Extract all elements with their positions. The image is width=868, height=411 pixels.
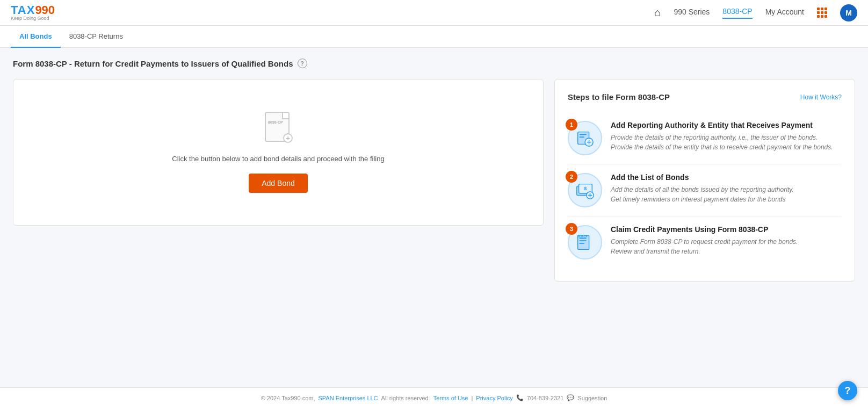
- step-1-badge: 1: [566, 119, 577, 131]
- header-nav: ⌂ 990 Series 8038-CP My Account M: [654, 4, 857, 21]
- step-2-content: Add the List of Bonds Add the details of…: [611, 173, 842, 204]
- svg-rect-14: [580, 240, 587, 241]
- footer-suggestion-icon: 💬: [567, 394, 574, 401]
- footer-rights: All rights reserved.: [381, 395, 430, 401]
- step-2-desc1: Add the details of all the bonds issued …: [611, 185, 842, 194]
- step-1-desc2: Provide the details of the entity that i…: [611, 142, 842, 152]
- floating-help-button[interactable]: ?: [838, 381, 857, 400]
- step-3-badge: 3: [566, 223, 577, 235]
- step-3-icon-wrap: 8038-CP 3: [568, 225, 602, 259]
- tab-all-bonds[interactable]: All Bonds: [11, 26, 61, 48]
- svg-rect-13: [580, 237, 587, 239]
- file-icon-wrap: 8038-CP +: [265, 112, 292, 144]
- page-title-row: Form 8038-CP - Return for Credit Payment…: [13, 59, 855, 68]
- file-icon-plus: +: [283, 133, 293, 143]
- footer-span-link[interactable]: SPAN Enterprises LLC: [319, 395, 378, 401]
- svg-text:$: $: [584, 186, 587, 191]
- step-3: 8038-CP 3 Claim Credit Payments Using Fo…: [568, 217, 842, 268]
- apps-grid-icon[interactable]: [817, 8, 827, 18]
- footer: © 2024 Tax990.com, SPAN Enterprises LLC …: [0, 387, 868, 408]
- step-1-title: Add Reporting Authority & Entity that Re…: [611, 121, 842, 129]
- footer-phone: 704-839-2321: [527, 395, 564, 401]
- content-grid: 8038-CP + Click the button below to add …: [13, 79, 855, 282]
- footer-suggestion: Suggestion: [577, 395, 607, 401]
- how-it-works-link[interactable]: How it Works?: [800, 93, 842, 101]
- footer-terms-link[interactable]: Terms of Use: [433, 395, 468, 401]
- empty-state-text: Click the button below to add bond detai…: [172, 155, 384, 163]
- home-icon[interactable]: ⌂: [654, 6, 661, 19]
- step-1: 1 Add Reporting Authority & Entity that …: [568, 112, 842, 164]
- main-content: Form 8038-CP - Return for Credit Payment…: [0, 48, 868, 387]
- step-2-badge: 2: [566, 171, 577, 183]
- footer-separator1: |: [471, 395, 473, 401]
- logo-tagline: Keep Doing Good: [11, 16, 55, 21]
- svg-rect-2: [580, 136, 585, 138]
- footer-privacy-link[interactable]: Privacy Policy: [476, 395, 512, 401]
- step-3-title: Claim Credit Payments Using Form 8038-CP: [611, 225, 842, 234]
- file-icon: 8038-CP +: [265, 112, 292, 144]
- page-title-text: Form 8038-CP - Return for Credit Payment…: [13, 59, 293, 68]
- steps-header: Steps to file Form 8038-CP How it Works?: [568, 92, 842, 102]
- page-help-icon[interactable]: ?: [298, 59, 307, 68]
- steps-title: Steps to file Form 8038-CP: [568, 92, 670, 102]
- nav-990-series[interactable]: 990 Series: [674, 8, 710, 18]
- step-3-content: Claim Credit Payments Using Form 8038-CP…: [611, 225, 842, 256]
- nav-8038cp[interactable]: 8038-CP: [722, 7, 752, 19]
- header: TAX990 Keep Doing Good ⌂ 990 Series 8038…: [0, 0, 868, 26]
- file-icon-label: 8038-CP: [268, 120, 283, 124]
- steps-panel: Steps to file Form 8038-CP How it Works?: [554, 79, 855, 282]
- step-2-desc2: Get timely reminders on interest payment…: [611, 194, 842, 204]
- nav-my-account[interactable]: My Account: [765, 8, 804, 18]
- step-1-content: Add Reporting Authority & Entity that Re…: [611, 121, 842, 152]
- logo-tax: TAX: [11, 4, 35, 16]
- step-3-desc2: Review and transmit the return.: [611, 247, 842, 256]
- footer-copyright: © 2024 Tax990.com,: [261, 395, 315, 401]
- tabs-bar: All Bonds 8038-CP Returns: [0, 26, 868, 48]
- step-3-svg: 8038-CP: [575, 232, 595, 253]
- svg-rect-1: [580, 134, 587, 135]
- tab-8038cp-returns[interactable]: 8038-CP Returns: [61, 26, 132, 48]
- add-bond-button[interactable]: Add Bond: [249, 174, 308, 193]
- empty-state-panel: 8038-CP + Click the button below to add …: [13, 79, 544, 226]
- step-2-icon-wrap: $ 2: [568, 173, 602, 207]
- step-2-svg: $: [575, 180, 595, 200]
- step-1-desc1: Provide the details of the reporting aut…: [611, 133, 842, 142]
- avatar[interactable]: M: [840, 4, 857, 21]
- logo-990: 990: [35, 4, 55, 16]
- footer-phone-icon: 📞: [516, 394, 524, 401]
- footer-inner: © 2024 Tax990.com, SPAN Enterprises LLC …: [11, 394, 857, 401]
- svg-text:8038-CP: 8038-CP: [577, 235, 588, 238]
- step-1-icon-wrap: 1: [568, 121, 602, 155]
- svg-rect-15: [580, 243, 585, 244]
- file-icon-fold: [282, 113, 288, 119]
- step-2: $ 2 Add the List of Bonds Add the detail…: [568, 164, 842, 217]
- logo: TAX990 Keep Doing Good: [11, 4, 55, 21]
- step-1-svg: [575, 128, 595, 148]
- step-3-desc1: Complete Form 8038-CP to request credit …: [611, 237, 842, 247]
- step-2-title: Add the List of Bonds: [611, 173, 842, 182]
